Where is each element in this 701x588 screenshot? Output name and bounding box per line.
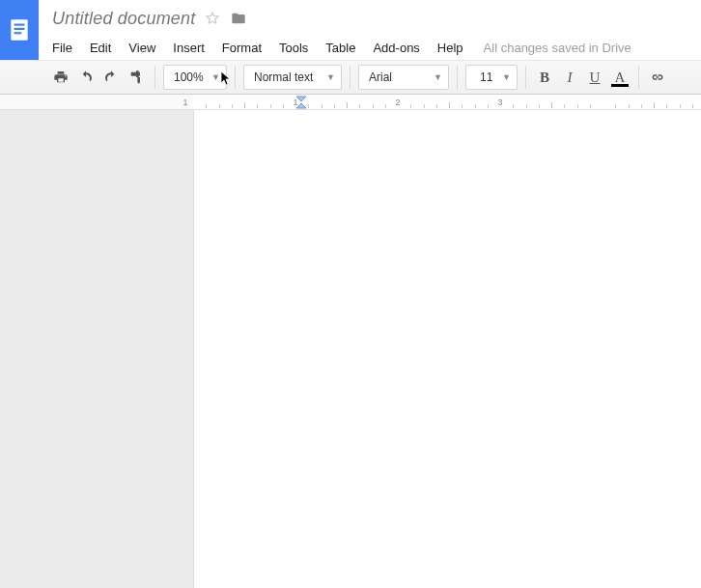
ruler-tick xyxy=(513,104,514,108)
title-row: Untitled document xyxy=(52,6,701,31)
ruler-tick xyxy=(347,102,348,108)
title-area: Untitled document File Edit View Insert … xyxy=(39,0,701,59)
toolbar-separator xyxy=(235,66,236,89)
toolbar-separator xyxy=(457,66,458,89)
paint-format-button[interactable] xyxy=(124,65,149,90)
ruler-tick xyxy=(475,104,476,108)
menu-view[interactable]: View xyxy=(120,37,164,59)
menu-insert[interactable]: Insert xyxy=(164,37,213,59)
ruler-tick xyxy=(359,104,360,108)
cursor-icon xyxy=(220,70,232,89)
ruler-tick xyxy=(629,104,630,108)
docs-logo-icon xyxy=(7,17,32,42)
save-status: All changes saved in Drive xyxy=(484,37,631,59)
chevron-down-icon: ▼ xyxy=(326,72,335,82)
ruler-label: 2 xyxy=(395,98,400,107)
ruler-tick xyxy=(641,104,642,108)
ruler-tick xyxy=(539,104,540,108)
undo-button[interactable] xyxy=(73,65,98,90)
svg-rect-2 xyxy=(14,28,25,30)
font-size-value: 11 xyxy=(480,70,492,84)
font-size-combo[interactable]: 11 ▼ xyxy=(465,65,518,90)
ruler-tick xyxy=(615,104,616,108)
ruler-tick xyxy=(654,102,655,108)
ruler-tick xyxy=(322,104,322,108)
print-button[interactable] xyxy=(48,65,73,90)
ruler-tick xyxy=(526,104,527,108)
ruler-tick xyxy=(219,104,220,108)
menu-file[interactable]: File xyxy=(52,37,81,59)
ruler-label: 3 xyxy=(497,98,502,107)
menu-edit[interactable]: Edit xyxy=(81,37,120,59)
star-icon[interactable] xyxy=(205,11,220,26)
ruler-tick xyxy=(692,104,693,108)
menu-bar: File Edit View Insert Format Tools Table… xyxy=(52,37,701,59)
menu-table[interactable]: Table xyxy=(317,37,364,59)
workspace xyxy=(0,110,701,588)
toolbar-separator xyxy=(350,66,350,89)
toolbar-group-link xyxy=(645,61,670,94)
underline-button[interactable]: U xyxy=(582,65,607,90)
ruler-tick xyxy=(449,102,450,108)
header: Untitled document File Edit View Insert … xyxy=(0,0,701,60)
ruler-tick xyxy=(308,104,309,108)
ruler-tick xyxy=(680,104,681,108)
svg-rect-1 xyxy=(14,24,25,26)
ruler-tick xyxy=(232,104,233,108)
ruler-tick xyxy=(577,104,578,108)
ruler-tick xyxy=(564,104,565,108)
folder-icon[interactable] xyxy=(230,11,247,26)
ruler-label: 1 xyxy=(182,98,187,107)
toolbar-separator xyxy=(525,66,526,89)
toolbar: 100% ▼ Normal text ▼ Arial ▼ 11 ▼ B I U … xyxy=(0,60,701,95)
ruler-tick xyxy=(410,104,411,108)
menu-help[interactable]: Help xyxy=(429,37,472,59)
insert-link-button[interactable] xyxy=(645,65,670,90)
document-page[interactable] xyxy=(193,110,701,588)
ruler-tick xyxy=(590,104,591,108)
font-value: Arial xyxy=(369,70,392,84)
bold-button[interactable]: B xyxy=(532,65,557,90)
menu-tools[interactable]: Tools xyxy=(270,37,317,59)
text-color-button[interactable]: A xyxy=(607,65,632,90)
chevron-down-icon: ▼ xyxy=(211,72,220,82)
ruler-tick xyxy=(283,104,284,108)
ruler-tick xyxy=(257,104,258,108)
chevron-down-icon: ▼ xyxy=(434,72,442,82)
paragraph-style-combo[interactable]: Normal text ▼ xyxy=(243,65,342,90)
paragraph-style-value: Normal text xyxy=(254,70,313,84)
toolbar-separator xyxy=(154,66,155,89)
ruler-tick xyxy=(373,104,374,108)
ruler-tick xyxy=(244,102,245,108)
italic-button[interactable]: I xyxy=(557,65,582,90)
ruler-track: 1231 xyxy=(193,95,701,109)
document-title[interactable]: Untitled document xyxy=(52,9,195,29)
docs-logo[interactable] xyxy=(0,0,39,60)
zoom-combo[interactable]: 100% ▼ xyxy=(163,65,227,90)
menu-addons[interactable]: Add-ons xyxy=(364,37,428,59)
zoom-value: 100% xyxy=(174,70,204,84)
ruler-tick xyxy=(424,104,425,108)
ruler-tick xyxy=(488,104,489,108)
ruler[interactable]: 1231 xyxy=(0,95,701,110)
ruler-tick xyxy=(666,104,667,108)
menu-format[interactable]: Format xyxy=(213,37,270,59)
toolbar-group-actions xyxy=(48,61,149,94)
font-combo[interactable]: Arial ▼ xyxy=(358,65,449,90)
ruler-tick xyxy=(551,102,552,108)
toolbar-separator xyxy=(638,66,639,89)
ruler-tick xyxy=(206,104,207,108)
ruler-tick xyxy=(436,104,437,108)
ruler-label: 1 xyxy=(293,98,297,107)
svg-rect-3 xyxy=(14,32,22,34)
ruler-tick xyxy=(270,104,271,108)
toolbar-group-text: B I U A xyxy=(532,61,632,94)
ruler-tick xyxy=(462,104,463,108)
chevron-down-icon: ▼ xyxy=(502,72,511,82)
redo-button[interactable] xyxy=(98,65,124,90)
ruler-tick xyxy=(385,104,386,108)
ruler-tick xyxy=(334,104,335,108)
